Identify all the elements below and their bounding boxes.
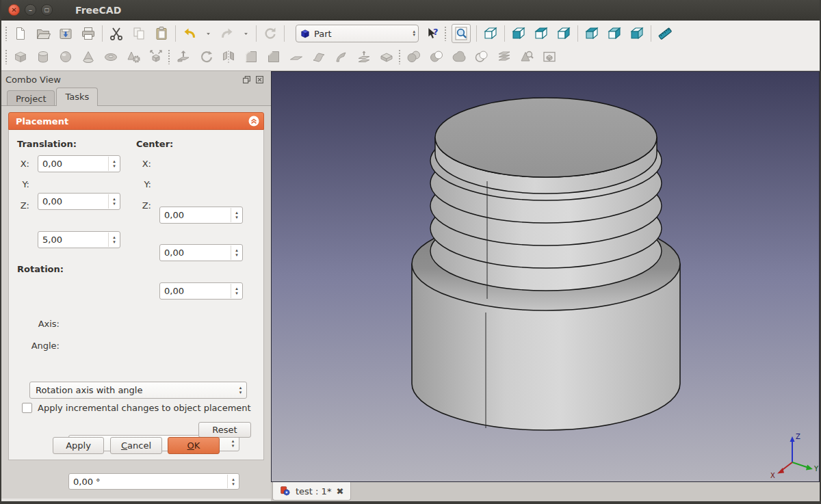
- toolbar-handle[interactable]: [444, 26, 447, 41]
- boolean-cut-button[interactable]: [451, 49, 467, 65]
- panel-float-button[interactable]: [242, 75, 251, 84]
- thickness-button[interactable]: [378, 49, 395, 65]
- window-maximize-button[interactable]: ▢: [41, 4, 53, 16]
- box-button[interactable]: [12, 49, 29, 65]
- toolbar-handle[interactable]: [168, 49, 171, 64]
- collapse-icon[interactable]: [248, 116, 259, 127]
- torus-button[interactable]: [103, 49, 119, 65]
- cylinder-button[interactable]: [35, 49, 51, 65]
- workbench-selector[interactable]: Part ▴▾: [296, 25, 419, 42]
- undo-menu-button[interactable]: [204, 25, 213, 42]
- center-z-input[interactable]: [160, 283, 242, 299]
- ok-button[interactable]: OK: [168, 437, 220, 454]
- sweep-button[interactable]: [333, 49, 350, 65]
- cancel-button[interactable]: Cancel: [110, 437, 162, 454]
- undo-button[interactable]: [181, 25, 198, 42]
- spin-arrows-icon[interactable]: ▴▾: [231, 246, 242, 260]
- part-top-face[interactable]: [435, 98, 657, 177]
- revolve-button[interactable]: [198, 49, 214, 65]
- 3d-scene: Z Y X: [272, 72, 819, 481]
- whats-this-button[interactable]: [424, 25, 441, 42]
- placement-task-header[interactable]: Placement: [8, 112, 264, 130]
- toolbar-handle[interactable]: [5, 49, 8, 64]
- shape-builder-button[interactable]: [148, 49, 164, 65]
- bottom-view-button[interactable]: [629, 25, 645, 42]
- left-view-button[interactable]: [606, 25, 623, 42]
- angle-input[interactable]: [69, 474, 239, 489]
- placement-title: Placement: [16, 116, 248, 127]
- save-button[interactable]: [57, 25, 74, 42]
- spin-arrows-icon[interactable]: ▴▾: [108, 157, 120, 171]
- center-y-input[interactable]: [160, 245, 242, 261]
- window-minimize-button[interactable]: –: [25, 4, 36, 16]
- open-file-button[interactable]: [35, 25, 51, 42]
- tab-project[interactable]: Project: [7, 90, 55, 106]
- center-x-input[interactable]: [160, 207, 242, 223]
- boolean-section-button[interactable]: [473, 49, 490, 65]
- print-button[interactable]: [80, 25, 96, 42]
- cut-button[interactable]: [108, 25, 125, 42]
- toolbar-handle[interactable]: [398, 49, 402, 64]
- rear-view-icon: [584, 25, 600, 42]
- extrude-button[interactable]: [175, 49, 192, 65]
- fit-all-button[interactable]: [452, 24, 471, 43]
- combo-view-titlebar[interactable]: Combo View: [1, 71, 271, 86]
- sphere-button[interactable]: [57, 49, 74, 65]
- spin-arrows-icon[interactable]: ▴▾: [108, 194, 120, 209]
- compound-button[interactable]: [541, 49, 558, 65]
- axonometric-view-button[interactable]: [482, 25, 499, 42]
- boolean-union-button[interactable]: [406, 49, 422, 65]
- center-x-spinbox[interactable]: ▴▾: [159, 207, 243, 224]
- angle-spinbox[interactable]: ▴▾: [68, 473, 239, 490]
- spin-arrows-icon[interactable]: ▴▾: [108, 233, 120, 247]
- tab-tasks[interactable]: Tasks: [56, 88, 98, 106]
- center-y-spinbox[interactable]: ▴▾: [159, 244, 243, 261]
- translation-y-spinbox[interactable]: ▴▾: [38, 193, 120, 210]
- spin-arrows-icon[interactable]: ▴▾: [227, 475, 239, 488]
- chamfer-button[interactable]: [265, 49, 282, 65]
- measure-distance-button[interactable]: [657, 25, 673, 42]
- boolean-common-button[interactable]: [428, 49, 445, 65]
- right-view-button[interactable]: [556, 25, 572, 42]
- panel-close-button[interactable]: [255, 75, 264, 84]
- apply-incremental-checkbox[interactable]: [22, 403, 32, 413]
- left-view-icon: [606, 25, 623, 42]
- window-close-button[interactable]: ✕: [8, 4, 20, 16]
- undo-redo-group: [181, 25, 250, 42]
- rotation-mode-select[interactable]: Rotation axis with angle ▴▾: [29, 382, 247, 399]
- 3d-viewport[interactable]: Z Y X: [271, 71, 820, 482]
- primitives-button[interactable]: [125, 49, 142, 65]
- translation-x-spinbox[interactable]: ▴▾: [38, 155, 120, 172]
- redo-button[interactable]: [219, 25, 235, 42]
- rear-view-button[interactable]: [584, 25, 600, 42]
- top-view-button[interactable]: [533, 25, 549, 42]
- extrude-icon: [175, 49, 192, 65]
- front-view-button[interactable]: [510, 25, 527, 42]
- copy-button[interactable]: [131, 25, 147, 42]
- cross-sections-button[interactable]: [496, 49, 512, 65]
- redo-menu-button[interactable]: [242, 25, 250, 42]
- paste-button[interactable]: [153, 25, 170, 42]
- new-file-button[interactable]: [12, 25, 29, 42]
- apply-button[interactable]: Apply: [53, 437, 104, 454]
- part-3d-object[interactable]: [412, 98, 680, 430]
- titlebar[interactable]: ✕ – ▢ FreeCAD: [0, 0, 821, 21]
- refresh-button[interactable]: [262, 25, 278, 42]
- spin-arrows-icon[interactable]: ▴▾: [231, 208, 242, 222]
- document-tab[interactable]: test : 1* ✖: [272, 482, 351, 501]
- document-close-icon[interactable]: ✖: [336, 486, 343, 496]
- axis-label: Axis:: [14, 319, 60, 329]
- spin-arrows-icon[interactable]: ▴▾: [231, 284, 242, 298]
- reset-button[interactable]: Reset: [198, 422, 251, 438]
- toolbar-handle[interactable]: [5, 26, 8, 41]
- center-z-spinbox[interactable]: ▴▾: [159, 282, 243, 300]
- ruled-surface-button[interactable]: [311, 49, 327, 65]
- translation-z-spinbox[interactable]: ▴▾: [38, 231, 120, 248]
- mirror-button[interactable]: [220, 49, 237, 65]
- loft-button[interactable]: [356, 49, 372, 65]
- fillet-button[interactable]: [243, 49, 259, 65]
- make-face-button[interactable]: [288, 49, 304, 65]
- check-geometry-button[interactable]: [519, 49, 535, 65]
- cone-button[interactable]: [80, 49, 96, 65]
- float-icon: [242, 75, 251, 84]
